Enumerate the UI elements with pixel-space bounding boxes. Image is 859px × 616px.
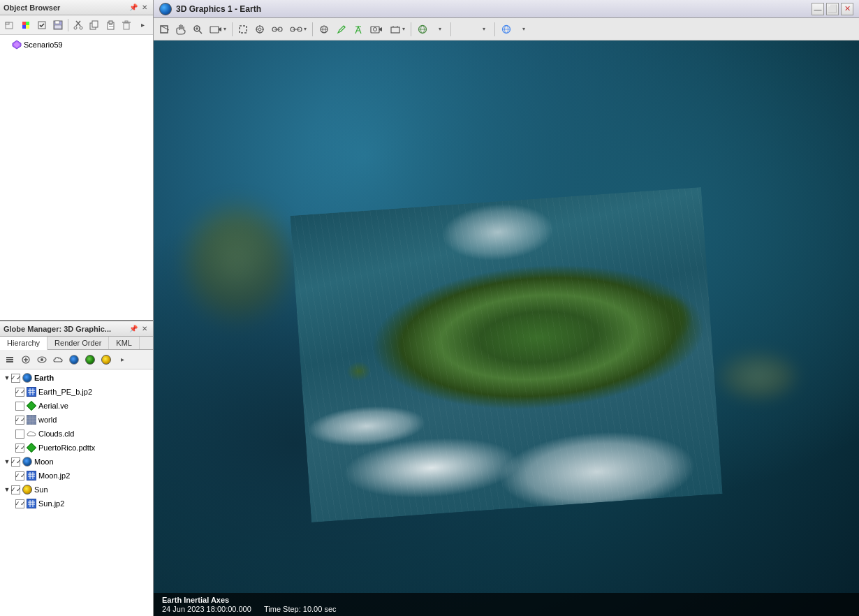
svg-point-12 — [74, 27, 77, 29]
ob-delete-button[interactable] — [119, 17, 134, 33]
ob-more-button[interactable]: ▸ — [135, 17, 150, 33]
ob-save-button[interactable] — [50, 17, 66, 33]
moon-jp2-label: Moon.jp2 — [38, 471, 70, 480]
tb-globe-dropdown-button[interactable]: ▾ — [432, 21, 448, 38]
view-window-controls: — ⬜ ✕ — [812, 3, 853, 15]
ob-color-button[interactable] — [18, 17, 34, 33]
view-close-button[interactable]: ✕ — [841, 3, 853, 15]
moon-label: Moon — [34, 457, 54, 466]
tree-item-moon-jp2[interactable]: ✓ Moon.jp2 — [0, 469, 153, 483]
ob-cut-button[interactable] — [71, 17, 86, 33]
tb-draw-dropdown-button[interactable]: ▾ — [387, 21, 408, 38]
tab-render-order[interactable]: Render Order — [47, 337, 109, 349]
collapse-icon[interactable] — [3, 41, 11, 49]
sun-checkbox[interactable]: ✓ — [11, 485, 20, 494]
aerial-checkbox[interactable] — [15, 402, 24, 411]
view-title-globe-icon — [159, 3, 172, 15]
earth-label: Earth — [34, 374, 54, 382]
svg-rect-58 — [240, 26, 247, 33]
scenario59-label: Scenario59 — [24, 41, 63, 49]
gm-globe3-btn[interactable] — [98, 352, 114, 367]
tb-blank-dropdown-button[interactable]: ▾ — [476, 21, 492, 38]
tb-zoom-button[interactable] — [190, 21, 205, 38]
ob-close-icon[interactable]: ✕ — [140, 3, 149, 13]
view-minimize-button[interactable]: — — [812, 3, 824, 15]
tb-sep-2 — [312, 22, 313, 36]
tb-globe2-dropdown-button[interactable]: ▾ — [516, 21, 531, 38]
aerial-icon — [26, 400, 37, 411]
tree-item-earth[interactable]: ▼ ✓ Earth — [0, 371, 153, 385]
tb-blank-button[interactable] — [454, 21, 475, 38]
svg-point-13 — [80, 27, 82, 29]
view-restore-button[interactable]: ⬜ — [826, 3, 839, 15]
sun-jp2-label: Sun.jp2 — [38, 499, 64, 508]
clouds-checkbox[interactable] — [15, 430, 24, 439]
tb-cam-dropdown-button[interactable]: ▾ — [207, 21, 229, 38]
gm-close-icon[interactable]: ✕ — [140, 324, 149, 334]
moon-checkbox[interactable]: ✓ — [11, 457, 20, 467]
sun-globe-icon — [22, 484, 33, 495]
tab-hierarchy[interactable]: Hierarchy — [0, 337, 47, 350]
tb-box-button[interactable] — [235, 21, 251, 38]
svg-rect-3 — [26, 22, 29, 25]
tb-target-button[interactable] — [252, 21, 267, 38]
tb-select-button[interactable] — [156, 21, 172, 38]
tb-globe2-button[interactable] — [498, 21, 515, 38]
svg-line-74 — [344, 26, 345, 27]
view-canvas[interactable]: Earth Inertial Axes 24 Jun 2023 18:00:00… — [154, 41, 859, 616]
gm-globe1-btn[interactable] — [66, 352, 82, 367]
ob-copy-button[interactable] — [87, 17, 102, 33]
globe-manager-toolbar: ▸ — [0, 350, 153, 369]
sun-jp2-checkbox[interactable]: ✓ — [15, 499, 24, 508]
gm-globe2-btn[interactable] — [82, 352, 98, 367]
tb-sep-3 — [411, 22, 411, 36]
tree-item-aerial[interactable]: Aerial.ve — [0, 399, 153, 413]
tree-item-sun[interactable]: ▼ ✓ Sun — [0, 483, 153, 497]
gm-list-btn[interactable] — [2, 352, 17, 367]
svg-rect-4 — [22, 25, 26, 29]
gm-cloud-btn[interactable] — [50, 352, 66, 367]
puertorico-checkbox[interactable]: ✓ — [15, 443, 24, 453]
tb-hand-button[interactable] — [173, 21, 189, 38]
tree-item-scenario59[interactable]: Scenario59 — [0, 38, 153, 52]
gm-more-btn[interactable]: ▸ — [115, 352, 130, 367]
tree-item-clouds[interactable]: Clouds.cld — [0, 427, 153, 441]
tb-measure-dropdown-button[interactable]: ▾ — [287, 21, 309, 38]
gm-pin-icon[interactable]: 📌 — [129, 324, 138, 334]
world-checkbox[interactable]: ✓ — [15, 416, 24, 425]
svg-rect-37 — [27, 415, 36, 425]
tree-item-world[interactable]: ✓ world — [0, 413, 153, 427]
tree-item-sun-jp2[interactable]: ✓ Sun.jp2 — [0, 497, 153, 511]
tab-kml[interactable]: KML — [109, 337, 140, 349]
tb-text-button[interactable] — [351, 21, 366, 38]
globe-manager-tree: ▼ ✓ Earth ✓ Earth_PE_b.jp2 Aerial.ve — [0, 369, 153, 616]
timestep-text: Time Step: 10.00 sec — [264, 605, 337, 613]
earth-pe-label: Earth_PE_b.jp2 — [38, 388, 92, 396]
ob-new-button[interactable] — [2, 17, 17, 33]
ob-check-button[interactable] — [34, 17, 50, 33]
svg-rect-9 — [54, 25, 61, 29]
tb-measure-button[interactable] — [269, 21, 286, 38]
tree-item-moon[interactable]: ▼ ✓ Moon — [0, 455, 153, 469]
gm-add-btn[interactable] — [18, 352, 34, 367]
tree-item-earth-pe[interactable]: ✓ Earth_PE_b.jp2 — [0, 385, 153, 399]
tb-globe-draw-button[interactable] — [316, 21, 332, 38]
sun-label: Sun — [34, 485, 48, 494]
aerial-label: Aerial.ve — [38, 402, 68, 410]
clouds-icon — [26, 428, 37, 439]
tree-item-puertorico[interactable]: ✓ PuertoRico.pdttx — [0, 441, 153, 455]
earth-pe-checkbox[interactable]: ✓ — [15, 388, 24, 397]
gm-eye-btn[interactable] — [34, 352, 50, 367]
svg-rect-25 — [6, 357, 13, 358]
tb-camera-button[interactable] — [367, 21, 386, 38]
globe-manager-tabs: Hierarchy Render Order KML — [0, 337, 153, 350]
ob-pin-icon[interactable]: 📌 — [129, 3, 138, 13]
moon-jp2-checkbox[interactable]: ✓ — [15, 471, 24, 481]
earth-checkbox[interactable]: ✓ — [11, 374, 20, 383]
ob-paste-button[interactable] — [103, 17, 118, 33]
world-label: world — [38, 416, 57, 424]
tb-globe-button[interactable] — [414, 21, 431, 38]
svg-marker-57 — [219, 27, 221, 31]
tb-pencil-button[interactable] — [334, 21, 349, 38]
svg-point-32 — [41, 358, 43, 361]
